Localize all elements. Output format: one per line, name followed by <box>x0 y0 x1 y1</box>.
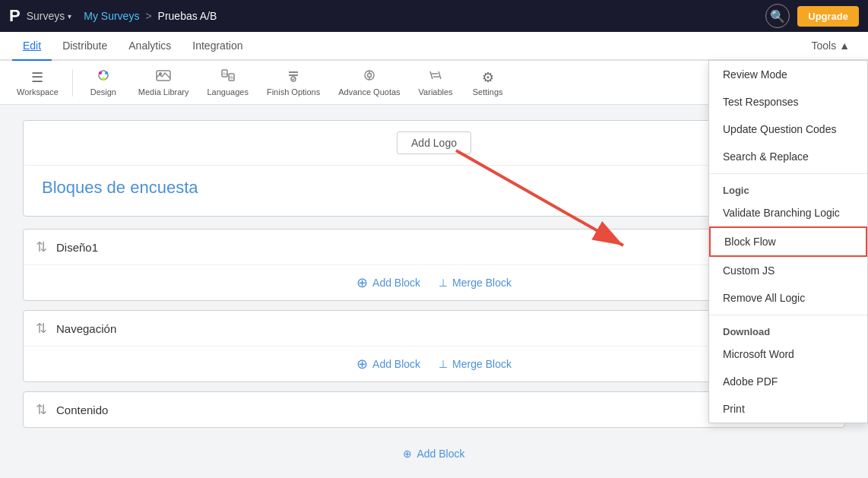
toolbar-workspace[interactable]: ☰ Workspace <box>9 66 66 100</box>
variables-icon <box>428 68 443 86</box>
dropdown-microsoft-word[interactable]: Microsoft Word <box>709 340 867 368</box>
add-block-bottom-label: Add Block <box>417 448 464 460</box>
nav-analytics[interactable]: Analytics <box>118 32 182 61</box>
tools-caret-icon: ▲ <box>839 40 850 52</box>
svg-point-3 <box>102 78 105 81</box>
toolbar-languages[interactable]: AaBb Languages <box>199 65 255 100</box>
svg-point-1 <box>99 71 102 74</box>
toolbar-advance-quotas[interactable]: Advance Quotas <box>331 65 407 100</box>
toolbar-advance-quotas-label: Advance Quotas <box>338 87 400 97</box>
toolbar-workspace-label: Workspace <box>17 87 59 97</box>
advance-quotas-icon <box>362 68 377 86</box>
nav-edit[interactable]: Edit <box>12 32 52 61</box>
merge-block-button-1[interactable]: ⊥ Merge Block <box>439 277 512 289</box>
search-button[interactable]: 🔍 <box>765 4 790 28</box>
dropdown-update-question-codes[interactable]: Update Question Codes <box>709 116 867 143</box>
dropdown-custom-js[interactable]: Custom JS <box>709 257 867 284</box>
settings-icon: ⚙ <box>482 69 494 86</box>
toolbar-variables-label: Variables <box>419 87 453 97</box>
add-block-bottom-button[interactable]: ⊕ Add Block <box>403 448 464 460</box>
block-sort-icon-diseno1[interactable]: ⇅ <box>36 239 47 255</box>
svg-text:Bb: Bb <box>230 75 234 80</box>
toolbar-separator-1 <box>72 69 73 97</box>
dropdown-print[interactable]: Print <box>709 395 867 423</box>
add-block-label-2: Add Block <box>372 358 420 370</box>
dropdown-block-flow[interactable]: Block Flow <box>709 226 867 257</box>
dropdown-remove-all-logic[interactable]: Remove All Logic <box>709 284 867 312</box>
upgrade-button[interactable]: Upgrade <box>797 6 859 27</box>
toolbar-variables[interactable]: Variables <box>411 65 461 100</box>
add-block-plus-icon-1: ⊕ <box>356 274 368 291</box>
merge-block-label-2: Merge Block <box>452 358 512 370</box>
dropdown-search-replace[interactable]: Search & Replace <box>709 143 867 170</box>
dropdown-divider-1 <box>709 173 867 174</box>
workspace-icon: ☰ <box>31 69 43 86</box>
block-sort-icon-navegacion[interactable]: ⇅ <box>36 320 47 337</box>
add-block-button-2[interactable]: ⊕ Add Block <box>356 356 420 372</box>
dropdown-review-mode[interactable]: Review Mode <box>709 61 867 88</box>
block-name-navegacion: Navegación <box>56 322 805 335</box>
design-icon <box>96 68 111 86</box>
add-block-plus-icon-2: ⊕ <box>356 356 368 372</box>
tools-label: Tools <box>811 40 836 52</box>
finish-options-icon <box>286 68 301 86</box>
breadcrumb-separator: > <box>145 10 151 22</box>
search-icon: 🔍 <box>770 9 785 24</box>
block-name-diseno1: Diseño1 <box>56 241 805 254</box>
merge-block-label-1: Merge Block <box>452 277 512 289</box>
dropdown-adobe-pdf[interactable]: Adobe PDF <box>709 368 867 395</box>
merge-block-icon-2: ⊥ <box>439 358 448 370</box>
add-block-bottom-plus-icon: ⊕ <box>403 448 412 460</box>
top-bar-right: 🔍 Upgrade <box>765 4 859 28</box>
breadcrumb: My Surveys > Pruebas A/B <box>84 10 217 22</box>
merge-block-icon-1: ⊥ <box>439 277 448 289</box>
svg-text:Aa: Aa <box>223 71 227 76</box>
surveys-dropdown-button[interactable]: Surveys ▾ <box>27 10 72 22</box>
tools-dropdown-menu: Review Mode Test Responses Update Questi… <box>708 60 868 423</box>
dropdown-test-responses[interactable]: Test Responses <box>709 88 867 116</box>
tools-button[interactable]: Tools ▲ <box>805 36 856 55</box>
languages-icon: AaBb <box>220 68 236 86</box>
dropdown-logic-label: Logic <box>709 177 867 199</box>
breadcrumb-current: Pruebas A/B <box>158 10 217 22</box>
toolbar-finish-options-label: Finish Options <box>267 87 320 97</box>
svg-point-2 <box>105 71 108 74</box>
nav-distribute[interactable]: Distribute <box>52 32 118 61</box>
toolbar-design-label: Design <box>90 87 116 97</box>
svg-point-12 <box>367 74 371 78</box>
surveys-caret-icon: ▾ <box>68 12 71 21</box>
toolbar-media-library[interactable]: Media Library <box>131 65 197 100</box>
add-block-label-1: Add Block <box>372 277 420 289</box>
block-name-contenido: Contenido <box>56 404 805 416</box>
top-bar: P Surveys ▾ My Surveys > Pruebas A/B 🔍 U… <box>0 0 868 32</box>
breadcrumb-my-surveys[interactable]: My Surveys <box>84 10 139 22</box>
toolbar-settings-label: Settings <box>473 87 503 97</box>
toolbar-settings[interactable]: ⚙ Settings <box>464 66 512 100</box>
second-nav-right: Tools ▲ <box>805 36 856 55</box>
block-sort-icon-contenido[interactable]: ⇅ <box>36 401 47 418</box>
secondary-nav: Edit Distribute Analytics Integration To… <box>0 32 868 61</box>
app-logo: P <box>9 6 22 26</box>
bottom-add-block-area: ⊕ Add Block <box>23 437 845 470</box>
toolbar-finish-options[interactable]: Finish Options <box>259 65 328 100</box>
svg-point-5 <box>159 72 162 75</box>
toolbar-media-label: Media Library <box>138 87 189 97</box>
dropdown-divider-2 <box>709 315 867 315</box>
logo-letter: P <box>9 6 21 26</box>
toolbar-languages-label: Languages <box>207 87 248 97</box>
dropdown-validate-branching[interactable]: Validate Branching Logic <box>709 199 867 226</box>
surveys-label: Surveys <box>27 10 65 22</box>
nav-integration[interactable]: Integration <box>182 32 253 61</box>
dropdown-download-label: Download <box>709 318 867 340</box>
toolbar-design[interactable]: Design <box>79 65 128 100</box>
merge-block-button-2[interactable]: ⊥ Merge Block <box>439 358 512 370</box>
add-block-button-1[interactable]: ⊕ Add Block <box>356 274 420 291</box>
media-library-icon <box>156 68 171 86</box>
add-logo-button[interactable]: Add Logo <box>397 131 471 154</box>
